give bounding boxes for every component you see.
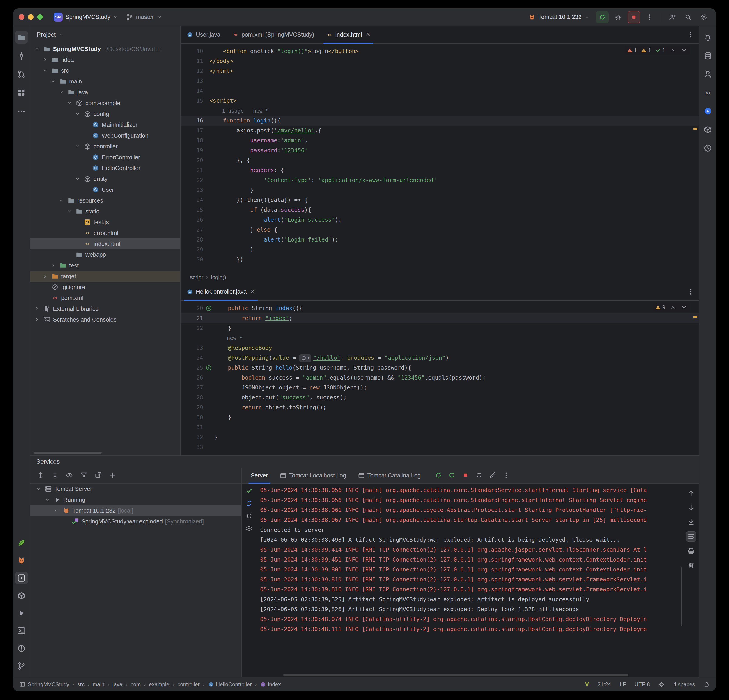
chevron-down-icon[interactable] [75,176,80,182]
rerun-button[interactable] [596,11,608,23]
tool-strip-version-control-button[interactable] [15,660,28,672]
chevron-up-icon[interactable] [669,47,677,54]
tab-tomcat-localhost-log[interactable]: Tomcat Localhost Log [274,468,352,483]
chevron-down-icon[interactable] [35,486,41,492]
services-tree-item[interactable]: SpringMVCStudy:war exploded [Synchronize… [30,516,241,527]
code-line[interactable]: 29 return object.toString(); [180,403,699,412]
code-line[interactable]: 25 public String hello(String username, … [180,363,699,373]
tool-strip-maven-button[interactable]: m [701,86,714,99]
more-actions-button[interactable] [643,11,656,23]
url-inlay-chip[interactable]: ▾ [299,354,311,362]
code-line[interactable]: 15<script> [180,96,699,106]
statusbar-breadcrumb-item[interactable]: src [77,681,84,688]
code-line[interactable]: 26 alert('Login success'); [180,215,699,225]
tool-strip-tomcat-button[interactable] [15,554,28,567]
edit-configuration-button[interactable] [489,472,496,480]
code-line[interactable]: 19 password:'123456' [180,146,699,156]
deploy-button[interactable] [435,472,442,480]
print-button[interactable] [686,546,696,556]
chevron-down-icon[interactable] [67,208,73,214]
code-line[interactable]: 30 } [180,412,699,422]
tab-hellocontroller-java[interactable]: CHelloController.java✕ [180,283,261,300]
code-line[interactable]: 24 }).then(({data}) => { [180,195,699,205]
statusbar-breadcrumb-item[interactable]: main [93,681,105,688]
services-tree-item[interactable]: Running [30,494,241,505]
code-line[interactable]: 1 usage new * [180,106,699,116]
code-line[interactable]: 30 }) [180,255,699,265]
warning-badge[interactable]: 9 [655,304,665,310]
code-line[interactable]: 26 boolean success = "admin".equals(user… [180,373,699,383]
code-line[interactable]: 17 axios.post('/mvc/hello',{ [180,126,699,135]
statusbar-breadcrumb-item[interactable]: com [131,681,141,688]
warning-stripe-mark[interactable] [693,316,697,318]
tab-options-icon[interactable] [687,31,694,38]
code-line[interactable]: new * [180,333,699,343]
cursor-position-widget[interactable]: 21:24 [598,681,611,688]
tab-tomcat-catalina-log[interactable]: Tomcat Catalina Log [352,468,427,483]
project-tree-item[interactable]: <>index.html [30,239,180,249]
stop-button[interactable] [627,11,640,23]
project-tree-item[interactable]: .gitignore [30,282,180,293]
tab-pom-xml-springmvcstudy-[interactable]: mpom.xml (SpringMVCStudy) [226,26,320,43]
code-line[interactable]: 16 function login(){ [180,116,699,126]
code-line[interactable]: 28 alert('Login failed'); [180,235,699,245]
chevron-down-icon[interactable] [54,508,59,514]
console-vertical-scrollbar[interactable] [680,483,683,673]
refresh-button[interactable] [475,472,483,480]
indentation-widget[interactable]: 4 spaces [673,681,695,688]
project-tree-item[interactable]: .idea [30,54,180,65]
tool-strip-terminal-button[interactable] [15,624,28,637]
breadcrumb-item[interactable]: login() [211,274,226,281]
chevron-down-icon[interactable] [58,89,64,95]
tool-strip-history-button[interactable] [701,142,714,154]
chevron-down-icon[interactable] [681,304,688,311]
code-line[interactable]: 20 public String index(){ [180,303,699,313]
chevron-down-icon[interactable] [58,198,64,204]
file-encoding-widget[interactable]: UTF-8 [635,681,650,688]
chevron-right-icon[interactable] [42,273,48,279]
project-tree-item[interactable]: java [30,87,180,98]
scroll-down-button[interactable] [686,502,696,513]
scroll-up-button[interactable] [686,488,696,498]
debug-button[interactable] [612,11,624,23]
tool-strip-project-button[interactable] [15,31,28,44]
clear-all-button[interactable] [686,560,696,570]
project-selector[interactable]: SM SpringMVCStudy [51,11,122,23]
mapping-icon[interactable] [205,305,212,311]
statusbar-breadcrumb-item[interactable]: mindex [260,681,281,688]
console-output[interactable]: 05-Jun-2024 14:30:38.056 INFO [main] org… [257,483,680,673]
branch-selector[interactable]: master [123,12,165,23]
code-line[interactable]: 23 @ResponseBody [180,343,699,353]
code-line[interactable]: 22 'Content-Type': 'application/x-www-fo… [180,175,699,185]
tool-strip-database-button[interactable] [701,49,714,62]
project-tree-item[interactable]: target [30,271,180,282]
chevron-down-icon[interactable] [50,79,56,84]
code-line[interactable]: 28 object.put("success", success); [180,393,699,403]
code-line[interactable]: 27 JSONObject object = new JSONObject(); [180,383,699,393]
warning-badge[interactable]: 1 [641,47,651,54]
breadcrumb-item[interactable]: script [190,274,203,281]
run-configuration-selector[interactable]: Tomcat 10.1.232 [525,12,593,23]
chevron-down-icon[interactable] [67,100,73,106]
zoom-window-button[interactable] [37,14,43,20]
code-line[interactable]: 25 if (data.success){ [180,205,699,215]
settings-button[interactable] [698,11,710,23]
code-line[interactable]: 21 return "index"; [180,313,699,323]
chevron-down-icon[interactable] [44,497,50,503]
code-line[interactable]: 14 [180,86,699,96]
view-options-button[interactable] [65,472,73,480]
scroll-to-end-button[interactable] [686,517,696,527]
project-tree-item[interactable]: resources [30,195,180,206]
project-tree-item[interactable]: CUser [30,184,180,195]
chevron-down-icon[interactable] [75,111,80,117]
project-tree-item[interactable]: src [30,65,180,76]
code-line[interactable]: 12</html> [180,66,699,76]
project-tree-item[interactable]: static [30,206,180,217]
soft-wrap-button[interactable] [686,531,696,542]
redeploy-button[interactable] [448,472,456,480]
tab-server[interactable]: Server [245,468,274,483]
tool-strip-pull-requests-button[interactable] [15,68,28,80]
editor-index-html[interactable]: 111 10 <button onclick="login()">Login</… [180,44,699,272]
project-tree-item[interactable]: controller [30,141,180,152]
vim-mode-widget[interactable]: V [585,681,589,688]
